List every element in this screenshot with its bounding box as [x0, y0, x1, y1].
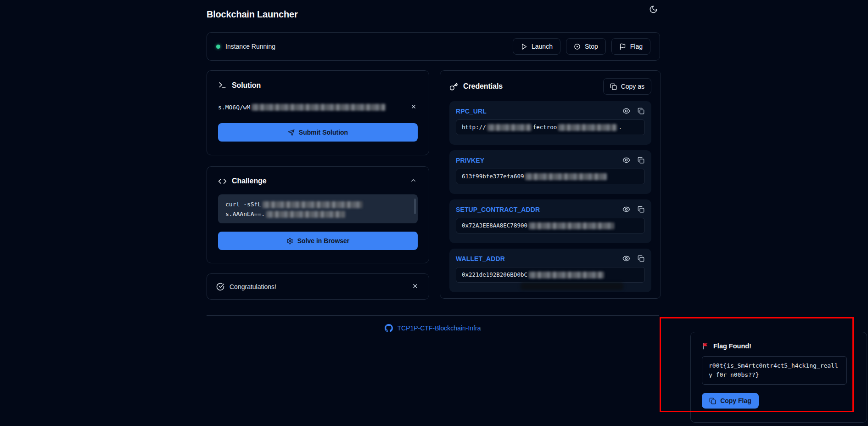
- credential-label: RPC_URL: [456, 108, 487, 115]
- code-line-1: curl -sSfL: [225, 201, 261, 208]
- clear-solution-button[interactable]: [409, 102, 418, 112]
- challenge-card: Challenge curl -sSfL s.AAAnEA==. Solve i…: [207, 166, 429, 263]
- github-icon: [385, 324, 393, 332]
- credential-value: http://fectroo.: [456, 119, 645, 135]
- reveal-value-button[interactable]: [622, 107, 631, 115]
- challenge-code-block: curl -sSfL s.AAAnEA==.: [218, 194, 418, 223]
- submit-solution-button[interactable]: Submit Solution: [218, 123, 418, 142]
- copy-flag-button[interactable]: Copy Flag: [702, 393, 759, 409]
- code-scrollbar-thumb[interactable]: [414, 199, 416, 214]
- copy-as-label: Copy as: [621, 83, 644, 90]
- flag-found-title: Flag Found!: [713, 342, 751, 350]
- credential-value: 0x72A3EE8AA8EC78900: [456, 218, 645, 233]
- eye-icon: [622, 205, 630, 213]
- stop-button[interactable]: Stop: [566, 38, 606, 55]
- status-text: Instance Running: [225, 43, 275, 50]
- reveal-value-button[interactable]: [622, 254, 631, 263]
- footer: TCP1P-CTF-Blockchain-Infra: [207, 322, 659, 334]
- launch-button-label: Launch: [532, 43, 553, 50]
- flag-button-label: Flag: [630, 43, 643, 50]
- instance-status-bar: Instance Running Launch Stop Flag: [207, 32, 660, 61]
- copy-icon: [638, 157, 644, 164]
- flag-button[interactable]: Flag: [611, 38, 650, 55]
- code-line-2: s.AAAnEA==.: [225, 210, 265, 217]
- copy-value-button[interactable]: [637, 255, 645, 262]
- copy-value-button[interactable]: [637, 156, 645, 164]
- credential-group-setup-contract-addr: SETUP_CONTRACT_ADDR 0x72A3EE8AA8EC78900: [449, 199, 651, 243]
- solution-card-title: Solution: [232, 81, 261, 90]
- copy-as-button[interactable]: Copy as: [603, 78, 651, 95]
- copy-icon: [709, 398, 716, 404]
- congratulations-message: Congratulations!: [230, 283, 276, 290]
- dismiss-congratulations-button[interactable]: [411, 282, 420, 292]
- credential-group-wallet-addr: WALLET_ADDR 0x221de192B206BD0bC: [449, 249, 651, 292]
- send-icon: [288, 129, 295, 136]
- copy-value-button[interactable]: [637, 107, 645, 115]
- github-repo-link[interactable]: TCP1P-CTF-Blockchain-Infra: [385, 324, 481, 332]
- solution-card: Solution s.MO6Q/wM Submit Solution: [207, 70, 429, 155]
- flag-found-toast: Flag Found! r00t{is_Sm4rtc0ntr4ct5_h4ck1…: [690, 332, 867, 423]
- credential-value: 613f99bfe377efa609: [456, 169, 645, 184]
- close-icon: [412, 283, 419, 290]
- flag-value-box: r00t{is_Sm4rtc0ntr4ct5_h4ck1ng_really_f0…: [702, 356, 847, 385]
- solve-in-browser-label: Solve in Browser: [297, 237, 350, 244]
- solution-input[interactable]: s.MO6Q/wM: [218, 102, 418, 112]
- solve-in-browser-button[interactable]: Solve in Browser: [218, 232, 418, 250]
- credential-label: WALLET_ADDR: [456, 255, 505, 262]
- moon-icon: [649, 5, 658, 14]
- congratulations-banner: Congratulations!: [207, 273, 429, 300]
- eye-icon: [622, 107, 630, 115]
- flag-value: r00t{is_Sm4rtc0ntr4ct5_h4ck1ng_really_f0…: [709, 362, 838, 378]
- gear-icon: [286, 238, 293, 244]
- credential-value: 0x221de192B206BD0bC: [456, 267, 645, 283]
- stop-circle-icon: [574, 43, 581, 50]
- launch-button[interactable]: Launch: [513, 38, 560, 55]
- red-flag-icon: [702, 342, 709, 350]
- credential-group-privkey: PRIVKEY 613f99bfe377efa609: [449, 150, 651, 194]
- collapse-challenge-button[interactable]: [409, 176, 418, 186]
- solution-input-value: s.MO6Q/wM: [218, 104, 250, 111]
- copy-value-button[interactable]: [637, 205, 645, 213]
- github-repo-link-label: TCP1P-CTF-Blockchain-Infra: [397, 324, 481, 332]
- solution-input-redacted: [252, 104, 386, 111]
- instance-actions: Launch Stop Flag: [513, 38, 650, 55]
- submit-solution-label: Submit Solution: [299, 129, 348, 136]
- eye-icon: [622, 255, 630, 262]
- check-circle-icon: [216, 283, 224, 291]
- theme-toggle-button[interactable]: [645, 2, 661, 16]
- flag-icon: [619, 43, 626, 50]
- copy-icon: [610, 83, 617, 90]
- stop-button-label: Stop: [585, 43, 598, 50]
- redaction-overflow: [521, 283, 623, 290]
- reveal-value-button[interactable]: [622, 156, 631, 165]
- status-indicator-dot: [216, 45, 220, 49]
- close-icon: [410, 103, 417, 110]
- credential-label: SETUP_CONTRACT_ADDR: [456, 206, 540, 213]
- eye-icon: [622, 156, 630, 164]
- footer-divider: [207, 315, 659, 316]
- chevron-up-icon: [410, 177, 417, 184]
- terminal-icon: [218, 81, 227, 90]
- credential-label: PRIVKEY: [456, 157, 484, 164]
- key-icon: [449, 82, 458, 91]
- credentials-card-title: Credentials: [463, 82, 503, 91]
- credential-group-rpc-url: RPC_URL http://fectroo.: [449, 101, 651, 145]
- copy-icon: [638, 206, 644, 213]
- challenge-card-title: Challenge: [232, 177, 267, 185]
- page-title: Blockchain Launcher: [207, 8, 297, 21]
- code-icon: [218, 177, 227, 186]
- copy-icon: [638, 108, 644, 114]
- copy-flag-label: Copy Flag: [720, 397, 751, 404]
- reveal-value-button[interactable]: [622, 205, 631, 214]
- copy-icon: [638, 255, 644, 262]
- play-icon: [521, 43, 527, 50]
- credentials-card: Credentials Copy as RPC_URL http://fectr…: [440, 70, 661, 299]
